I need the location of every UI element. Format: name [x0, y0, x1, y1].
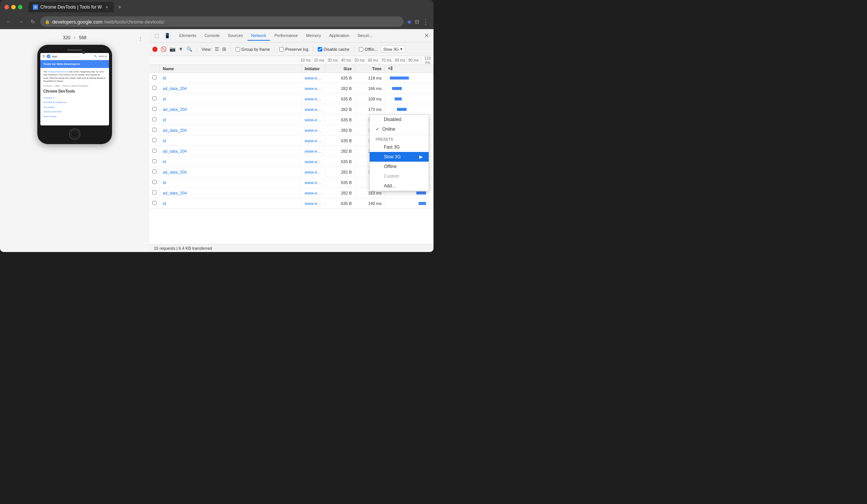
td-initiator[interactable]: www-embed-... [302, 189, 325, 197]
td-initiator[interactable]: www-embed-... [302, 127, 325, 134]
tab-application[interactable]: Application [326, 31, 353, 41]
tab-close-button[interactable]: ✕ [104, 4, 109, 10]
td-initiator[interactable]: www-embed-... [302, 74, 325, 82]
cast-icon[interactable]: ⊟ [415, 19, 419, 25]
back-button[interactable]: ← [4, 17, 13, 26]
preserve-log-checkbox[interactable]: Preserve log [279, 47, 308, 52]
throttle-dropdown[interactable]: Slow 3G ▾ [381, 46, 405, 53]
offline-checkbox[interactable]: Offlin... [359, 47, 378, 52]
td-name[interactable]: id [160, 137, 302, 144]
td-initiator[interactable]: www-embed-... [302, 106, 325, 113]
td-checkbox[interactable] [149, 158, 160, 165]
throttle-option-custom[interactable]: Custom [370, 171, 429, 181]
close-traffic-light[interactable] [4, 5, 9, 9]
table-row[interactable]: id www-embed-... 635 B 109 ms [149, 94, 434, 104]
td-initiator[interactable]: www-embed-... [302, 158, 325, 165]
td-initiator[interactable]: www-embed-... [302, 95, 325, 103]
tab-security[interactable]: Securi... [354, 31, 376, 41]
table-row[interactable]: ad_data_204 www-embed-... 282 B 166 ms [149, 83, 434, 94]
td-name[interactable]: ad_data_204 [160, 85, 302, 92]
throttle-option-fast3g[interactable]: Fast 3G [370, 142, 429, 152]
td-name[interactable]: id [160, 74, 302, 82]
waterfall-view-button[interactable]: ⊞ [222, 46, 226, 52]
tab-memory[interactable]: Memory [302, 31, 325, 41]
tab-performance[interactable]: Performance [271, 31, 302, 41]
throttle-option-offline[interactable]: Offline [370, 162, 429, 171]
active-tab[interactable]: G Chrome DevTools | Tools for W ✕ [28, 2, 114, 12]
td-checkbox[interactable] [149, 137, 160, 144]
td-initiator[interactable]: www-embed-... [302, 147, 325, 155]
table-row[interactable]: ad_data_204 www-embed-... 282 B 173 ms [149, 104, 434, 115]
bookmark-icon[interactable]: ★ [407, 18, 412, 25]
address-bar[interactable]: 🔒 developers.google.com /web/tools/chrom… [40, 16, 404, 27]
filter-button[interactable]: ▼ [178, 46, 183, 52]
throttle-option-add[interactable]: Add... [370, 181, 429, 191]
td-checkbox[interactable] [149, 95, 160, 103]
th-initiator[interactable]: Initiator [302, 65, 325, 72]
throttle-option-online[interactable]: ✓ Online [370, 124, 429, 134]
dimensions-menu-button[interactable]: ⋮ [136, 34, 145, 43]
group-by-frame-input[interactable] [236, 47, 240, 52]
td-initiator[interactable]: www-embed-... [302, 137, 325, 144]
record-button[interactable] [152, 47, 158, 52]
tab-sources[interactable]: Sources [224, 31, 246, 41]
preserve-log-input[interactable] [279, 47, 284, 52]
td-initiator[interactable]: www-embed-... [302, 179, 325, 186]
td-name[interactable]: id [160, 116, 302, 124]
td-name[interactable]: ad_data_204 [160, 147, 302, 155]
tab-elements[interactable]: Elements [175, 31, 200, 41]
list-view-button[interactable]: ☰ [215, 46, 219, 52]
group-by-frame-checkbox[interactable]: Group by frame [236, 47, 270, 52]
td-name[interactable]: id [160, 179, 302, 186]
td-name[interactable]: id [160, 200, 302, 207]
th-name[interactable]: Name [160, 65, 302, 72]
throttle-option-slow3g[interactable]: Slow 3G ▶ [370, 152, 429, 162]
new-tab-button[interactable]: + [115, 3, 124, 12]
table-row[interactable]: id www-embed-... 635 B 140 ms [149, 198, 434, 209]
td-name[interactable]: ad_data_204 [160, 127, 302, 134]
table-row[interactable]: id www-embed-... 635 B 118 ms [149, 73, 434, 83]
tab-network[interactable]: Network [248, 31, 270, 41]
td-checkbox[interactable] [149, 189, 160, 197]
td-name[interactable]: ad_data_204 [160, 189, 302, 197]
td-initiator[interactable]: www-embed-... [302, 200, 325, 207]
tab-console[interactable]: Console [201, 31, 223, 41]
td-checkbox[interactable] [149, 168, 160, 176]
td-size: 635 B [325, 200, 355, 207]
th-time[interactable]: Time [355, 65, 385, 72]
th-size[interactable]: Size [325, 65, 355, 72]
throttle-option-disabled[interactable]: Disabled [370, 115, 429, 124]
search-button[interactable]: 🔍 [186, 46, 192, 52]
phone-home-button[interactable] [69, 128, 80, 140]
td-checkbox[interactable] [149, 126, 160, 134]
td-checkbox[interactable] [149, 74, 160, 82]
camera-button[interactable]: 📷 [170, 46, 175, 52]
menu-icon[interactable]: ⋮ [422, 18, 429, 26]
td-initiator[interactable]: www-embed-... [302, 168, 325, 176]
maximize-traffic-light[interactable] [18, 5, 22, 9]
td-name[interactable]: ad_data_204 [160, 168, 302, 176]
td-checkbox[interactable] [149, 84, 160, 92]
offline-input[interactable] [359, 47, 363, 52]
device-mode-icon-button[interactable]: 📱 [163, 31, 172, 40]
disable-cache-input[interactable] [318, 47, 322, 52]
td-name[interactable]: id [160, 95, 302, 103]
td-size: 635 B [325, 74, 355, 82]
td-initiator[interactable]: www-embed-... [302, 85, 325, 92]
td-name[interactable]: id [160, 158, 302, 165]
minimize-traffic-light[interactable] [11, 5, 16, 9]
td-name[interactable]: ad_data_204 [160, 106, 302, 113]
td-checkbox[interactable] [149, 116, 160, 124]
forward-button[interactable]: → [16, 17, 25, 26]
reload-button[interactable]: ↻ [28, 17, 37, 26]
disable-cache-checkbox[interactable]: Disable cache [318, 47, 349, 52]
devtools-close-button[interactable]: ✕ [423, 31, 431, 41]
td-checkbox[interactable] [149, 105, 160, 113]
td-initiator[interactable]: www-embed-... [302, 116, 325, 124]
td-checkbox[interactable] [149, 147, 160, 155]
td-checkbox[interactable] [149, 199, 160, 207]
inspector-icon-button[interactable]: ⬚ [152, 31, 161, 40]
clear-button[interactable]: 🚫 [161, 46, 167, 52]
td-checkbox[interactable] [149, 178, 160, 186]
throttle-menu[interactable]: Disabled ✓ Online Presets Fast 3G Slow 3… [369, 114, 429, 191]
